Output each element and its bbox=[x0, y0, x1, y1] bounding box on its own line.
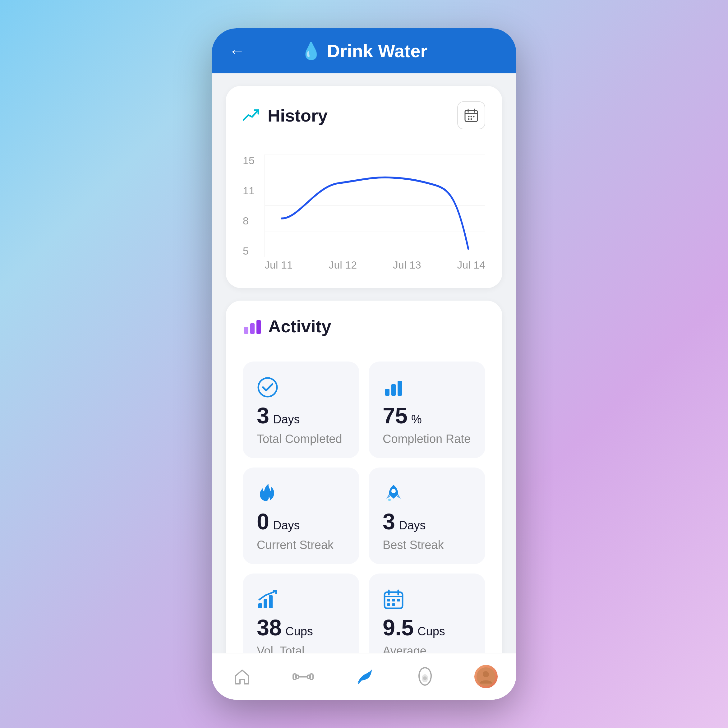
line-chart-svg bbox=[265, 154, 485, 257]
nav-profile[interactable] bbox=[466, 661, 506, 692]
activity-card: Activity 3 Days bbox=[226, 301, 502, 653]
stat-value-row: 75 % bbox=[382, 404, 471, 427]
stat-label: Average bbox=[382, 644, 471, 653]
stat-label: Completion Rate bbox=[382, 432, 471, 446]
bar-chart-icon bbox=[243, 318, 262, 335]
calendar-grid-icon bbox=[382, 587, 471, 611]
stat-best-streak: 3 Days Best Streak bbox=[369, 468, 485, 564]
history-card: History bbox=[226, 86, 502, 288]
calendar-icon bbox=[464, 108, 479, 123]
chart-x-labels: Jul 11 Jul 12 Jul 13 Jul 14 bbox=[265, 257, 485, 272]
activity-header: Activity bbox=[243, 316, 485, 336]
avatar bbox=[474, 665, 498, 688]
stat-average: 9.5 Cups Average bbox=[369, 574, 485, 653]
svg-rect-32 bbox=[392, 599, 395, 601]
header: ← 💧 Drink Water bbox=[212, 28, 516, 73]
bottom-nav bbox=[212, 653, 516, 700]
stat-label: Current Streak bbox=[257, 538, 346, 552]
svg-rect-22 bbox=[258, 603, 262, 608]
svg-point-6 bbox=[473, 116, 475, 118]
check-circle-icon bbox=[257, 376, 346, 399]
activity-title-group: Activity bbox=[243, 316, 331, 336]
trending-up-icon bbox=[243, 107, 262, 123]
stat-unit: % bbox=[411, 413, 422, 426]
svg-point-20 bbox=[392, 489, 396, 493]
stat-value-number: 38 bbox=[257, 616, 281, 639]
history-divider bbox=[243, 142, 485, 142]
svg-rect-34 bbox=[387, 603, 390, 606]
chart-y-labels: 15 11 8 5 bbox=[243, 154, 255, 257]
stat-vol-total: 38 Cups Vol. Total bbox=[243, 574, 359, 653]
nav-home[interactable] bbox=[222, 661, 262, 692]
stat-total-completed: 3 Days Total Completed bbox=[243, 361, 359, 458]
history-header: History bbox=[243, 101, 485, 129]
stat-unit: Cups bbox=[418, 625, 445, 638]
stat-label: Total Completed bbox=[257, 432, 346, 446]
page-title: Drink Water bbox=[327, 40, 427, 61]
rocket-icon bbox=[382, 482, 471, 505]
svg-point-4 bbox=[468, 116, 470, 118]
stat-value-number: 9.5 bbox=[382, 616, 414, 639]
chart-inner bbox=[265, 154, 485, 257]
stat-value-row: 3 Days bbox=[382, 511, 471, 533]
svg-point-8 bbox=[471, 118, 472, 120]
calendar-button[interactable] bbox=[457, 101, 485, 129]
svg-rect-17 bbox=[385, 389, 390, 396]
svg-rect-35 bbox=[392, 603, 395, 606]
svg-point-42 bbox=[423, 676, 427, 680]
drop-icon: 💧 bbox=[301, 41, 321, 61]
stat-value-row: 3 Days bbox=[257, 404, 346, 427]
stat-unit: Cups bbox=[285, 625, 313, 638]
fire-icon bbox=[257, 482, 346, 505]
stat-value-row: 9.5 Cups bbox=[382, 616, 471, 639]
stat-value-number: 3 bbox=[382, 511, 395, 533]
svg-rect-23 bbox=[264, 599, 267, 608]
activity-grid: 3 Days Total Completed bbox=[243, 361, 485, 653]
history-title-group: History bbox=[243, 106, 327, 125]
svg-point-44 bbox=[483, 671, 489, 678]
svg-point-5 bbox=[471, 116, 472, 118]
dumbbell-icon bbox=[292, 669, 314, 685]
stat-value-row: 0 Days bbox=[257, 511, 346, 533]
svg-rect-24 bbox=[269, 595, 272, 608]
avocado-icon bbox=[416, 667, 434, 687]
trending-up-bars-icon bbox=[257, 587, 346, 611]
stat-unit: Days bbox=[273, 413, 300, 426]
stat-completion-rate: 75 % Completion Rate bbox=[369, 361, 485, 458]
phone-container: ← 💧 Drink Water History bbox=[212, 28, 516, 700]
stat-value-number: 3 bbox=[257, 404, 269, 427]
svg-rect-13 bbox=[244, 327, 248, 334]
svg-rect-15 bbox=[257, 320, 261, 334]
svg-rect-18 bbox=[392, 384, 396, 396]
leaf-icon bbox=[354, 667, 374, 686]
stat-current-streak: 0 Days Current Streak bbox=[243, 468, 359, 564]
svg-point-16 bbox=[258, 378, 277, 397]
bar-chart-small-icon bbox=[382, 376, 471, 399]
svg-rect-19 bbox=[398, 381, 402, 396]
stat-value-number: 75 bbox=[382, 404, 407, 427]
header-title-group: 💧 Drink Water bbox=[301, 40, 427, 61]
home-icon bbox=[233, 668, 251, 686]
chart-area: 15 11 8 5 J bbox=[243, 154, 485, 272]
back-button[interactable]: ← bbox=[229, 42, 245, 60]
stat-value-number: 0 bbox=[257, 511, 269, 533]
svg-rect-31 bbox=[387, 599, 390, 601]
nav-leaf[interactable] bbox=[344, 661, 384, 692]
stat-label: Best Streak bbox=[382, 538, 471, 552]
history-title: History bbox=[268, 106, 327, 125]
main-content: History bbox=[212, 73, 516, 653]
nav-avocado[interactable] bbox=[405, 661, 445, 692]
stat-unit: Days bbox=[399, 519, 426, 532]
svg-rect-33 bbox=[397, 599, 400, 601]
svg-rect-14 bbox=[250, 323, 255, 334]
svg-point-7 bbox=[468, 118, 470, 120]
nav-fitness[interactable] bbox=[283, 661, 323, 692]
stat-value-row: 38 Cups bbox=[257, 616, 346, 639]
stat-label: Vol. Total bbox=[257, 644, 346, 653]
stat-unit: Days bbox=[273, 519, 300, 532]
activity-title: Activity bbox=[268, 316, 331, 336]
svg-point-21 bbox=[388, 499, 391, 501]
